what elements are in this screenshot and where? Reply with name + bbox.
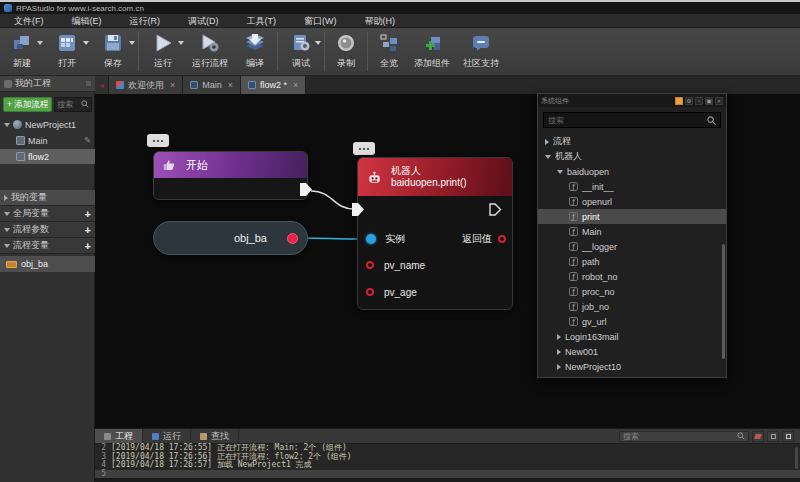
- param-input-port[interactable]: [366, 261, 374, 269]
- tree-item-newproject10[interactable]: NewProject10: [538, 359, 726, 374]
- gear-icon[interactable]: ⚙: [685, 97, 693, 105]
- log-search-input[interactable]: [623, 432, 737, 441]
- component-panel-header[interactable]: 系统组件 ⚙ ▫ ▣ ×: [538, 94, 726, 107]
- scrollbar-thumb[interactable]: [795, 447, 798, 469]
- output-tab-project[interactable]: 工程: [95, 429, 143, 443]
- instance-input-port[interactable]: [366, 234, 376, 244]
- variable-output-port[interactable]: [287, 233, 298, 244]
- pin-icon[interactable]: [675, 97, 683, 105]
- tree-item-login163mail[interactable]: Login163mail: [538, 329, 726, 344]
- menu-debug[interactable]: 调试(D): [174, 14, 233, 28]
- tab-flow2[interactable]: flow2 * ×: [241, 76, 306, 94]
- run-log-icon: [152, 433, 159, 440]
- tree-item-robots[interactable]: 机器人: [538, 149, 726, 164]
- save-button[interactable]: 保存: [90, 28, 136, 75]
- component-search-input[interactable]: [548, 116, 707, 125]
- robot-output-port[interactable]: [489, 203, 502, 216]
- variable-item-obj-ba[interactable]: obj_ba: [0, 256, 95, 272]
- menu-run[interactable]: 运行(R): [116, 14, 175, 28]
- menu-help[interactable]: 帮助(H): [351, 14, 410, 28]
- tree-item-init[interactable]: ƒ__init__: [538, 179, 726, 194]
- project-tree-root[interactable]: NewProject1: [0, 117, 95, 132]
- compile-button[interactable]: 编译: [235, 28, 275, 75]
- variable-group-params[interactable]: 流程参数 +: [0, 222, 95, 238]
- save-dropdown-arrow[interactable]: [129, 41, 135, 45]
- start-node[interactable]: 开始: [153, 151, 308, 200]
- open-dropdown-arrow[interactable]: [83, 41, 89, 45]
- menu-window[interactable]: 窗口(W): [290, 14, 351, 28]
- close-tab-icon[interactable]: ×: [293, 80, 298, 90]
- word-wrap-button[interactable]: [767, 431, 779, 442]
- close-tab-icon[interactable]: ×: [170, 80, 175, 90]
- tree-item-print[interactable]: ƒprint: [538, 209, 726, 224]
- log-lines[interactable]: 2 [2019/04/18 17:26:55] 正在打开流程: Main: 2个…: [95, 444, 800, 479]
- run-dropdown-arrow[interactable]: [178, 41, 184, 45]
- variable-node-obj-ba[interactable]: obj_ba: [153, 221, 308, 255]
- tree-item-baiduopen[interactable]: baiduopen: [538, 164, 726, 179]
- expand-log-button[interactable]: [782, 431, 794, 442]
- log-search-box[interactable]: [619, 431, 749, 442]
- function-icon: ƒ: [569, 257, 578, 266]
- robot-node[interactable]: 机器人 baiduopen.print() 实例 返回值 pv_name pv_…: [357, 157, 513, 310]
- new-button[interactable]: 新建: [0, 28, 44, 75]
- add-variable-button[interactable]: +: [85, 225, 91, 235]
- tree-item-job-no[interactable]: ƒjob_no: [538, 299, 726, 314]
- project-panel-menu-icon[interactable]: [86, 81, 91, 86]
- tree-item-path[interactable]: ƒpath: [538, 254, 726, 269]
- project-search-input[interactable]: [57, 100, 81, 109]
- comment-icon[interactable]: [147, 134, 169, 147]
- run-flow-button[interactable]: 运行流程: [185, 28, 235, 75]
- scrollbar-thumb[interactable]: [722, 244, 725, 359]
- flow-item-main[interactable]: Main ✎: [0, 133, 95, 148]
- flow-item-flow2[interactable]: flow2: [0, 149, 95, 164]
- tab-welcome[interactable]: 欢迎使用 ×: [109, 76, 183, 94]
- tree-item-proc-no[interactable]: ƒproc_no: [538, 284, 726, 299]
- menu-file[interactable]: 文件(F): [0, 14, 58, 28]
- add-variable-button[interactable]: +: [85, 241, 91, 251]
- menu-edit[interactable]: 编辑(E): [58, 14, 116, 28]
- tab-scroll-left-button[interactable]: ◄: [95, 76, 109, 94]
- menu-tools[interactable]: 工具(T): [233, 14, 291, 28]
- expand-arrow-icon[interactable]: [4, 123, 10, 127]
- start-output-port[interactable]: [300, 183, 313, 196]
- comment-icon[interactable]: [353, 142, 375, 155]
- component-search-box[interactable]: [543, 112, 721, 128]
- output-tab-find[interactable]: 查找: [191, 429, 239, 443]
- overview-button[interactable]: 全览: [370, 28, 408, 75]
- expand-arrow-icon: [4, 228, 10, 232]
- maximize-icon[interactable]: ▣: [705, 97, 713, 105]
- debug-dropdown-arrow[interactable]: [315, 41, 321, 45]
- new-dropdown-arrow[interactable]: [37, 41, 43, 45]
- community-support-button[interactable]: 社区支持: [456, 28, 506, 75]
- variable-group-flow[interactable]: 流程变量 +: [0, 238, 95, 254]
- tree-item-logger[interactable]: ƒ__logger: [538, 239, 726, 254]
- tree-item-openurl[interactable]: ƒopenurl: [538, 194, 726, 209]
- tab-main[interactable]: Main ×: [183, 76, 241, 94]
- add-component-button[interactable]: 添加组件: [408, 28, 456, 75]
- robot-input-port[interactable]: [352, 203, 365, 216]
- variables-panel-header[interactable]: 我的变量: [0, 190, 95, 206]
- tree-item-flows[interactable]: 流程: [538, 134, 726, 149]
- project-search-box[interactable]: [54, 97, 92, 112]
- clear-log-button[interactable]: [752, 431, 764, 442]
- tree-item-robot-no[interactable]: ƒrobot_no: [538, 269, 726, 284]
- return-output-port[interactable]: [498, 235, 506, 243]
- flow-tab-icon: [248, 81, 256, 89]
- flow-edit-icon[interactable]: ✎: [84, 136, 91, 145]
- close-tab-icon[interactable]: ×: [228, 80, 233, 90]
- output-tab-run[interactable]: 运行: [143, 429, 191, 443]
- record-button[interactable]: 录制: [327, 28, 365, 75]
- close-icon[interactable]: ×: [715, 97, 723, 105]
- tree-item-main[interactable]: ƒMain: [538, 224, 726, 239]
- component-tree: 流程 机器人 baiduopen ƒ__init__ ƒopenurl ƒpri…: [538, 134, 726, 374]
- param-input-port[interactable]: [366, 288, 374, 296]
- open-button[interactable]: 打开: [44, 28, 90, 75]
- tree-item-gv-url[interactable]: ƒgv_url: [538, 314, 726, 329]
- tree-item-new001[interactable]: New001: [538, 344, 726, 359]
- variable-group-global[interactable]: 全局变量 +: [0, 206, 95, 222]
- add-variable-button[interactable]: +: [85, 209, 91, 219]
- add-flow-button[interactable]: + 添加流程: [3, 97, 52, 112]
- debug-button[interactable]: 调试: [280, 28, 322, 75]
- dock-icon[interactable]: ▫: [695, 97, 703, 105]
- run-button[interactable]: 运行: [141, 28, 185, 75]
